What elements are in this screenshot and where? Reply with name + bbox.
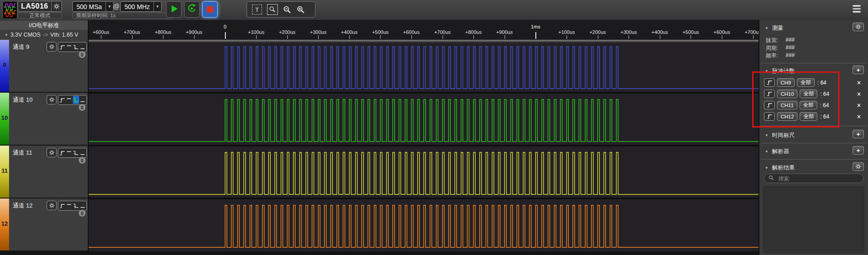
close-icon[interactable]: × (857, 90, 861, 98)
channel-settings-gear-icon[interactable] (47, 201, 57, 210)
trigger-low-button[interactable] (80, 202, 86, 210)
trigger-low-button[interactable] (80, 96, 86, 104)
analysis-panel: ▼ 测量 脉宽: ### 周期: ### 频率: ### ▼ 脉冲计数 + CH… (758, 20, 868, 255)
section-separator (761, 143, 866, 143)
measure-settings-button[interactable] (853, 23, 864, 31)
pulse-count-row-ch12: CH12 全部 : 64 × (764, 112, 864, 121)
pulse-count-scope-button[interactable]: 全部 (800, 112, 817, 121)
trigger-falling-button[interactable] (73, 43, 79, 51)
trigger-high-button[interactable] (66, 149, 72, 157)
collapse-arrow-icon[interactable]: ▼ (765, 150, 768, 154)
collapse-arrow-icon[interactable]: ▼ (765, 69, 768, 73)
pulse-count-row-ch10: CH10 全部 : 64 × (764, 89, 864, 99)
measure-label: 频率: (766, 52, 786, 59)
add-time-ruler-button[interactable]: + (853, 130, 864, 138)
capture-mode-label[interactable]: 正常模式 (18, 12, 62, 19)
measure-value: ### (786, 52, 795, 59)
channel-row-11: 11 通道 11 0 (0, 146, 88, 198)
pulse-count-scope-button[interactable]: 全部 (800, 101, 817, 109)
close-icon[interactable]: × (857, 79, 861, 86)
sample-rate-select[interactable]: 500 MHz ▼ (120, 1, 162, 12)
trigger-high-button[interactable] (66, 96, 72, 104)
section-separator (761, 63, 866, 63)
add-decoder-button[interactable]: + (853, 146, 864, 155)
pulse-count-channel-button[interactable]: CH11 (777, 101, 797, 109)
chevron-down-icon[interactable]: ▼ (153, 2, 161, 11)
trigger-rising-button[interactable] (59, 96, 66, 104)
zoom-out-button[interactable] (283, 5, 291, 14)
cursor-t-tool-button[interactable]: T (252, 5, 262, 14)
trigger-high-button[interactable] (66, 202, 72, 210)
app-logo-icon (3, 1, 17, 19)
close-icon[interactable]: × (857, 102, 861, 109)
chevron-down-icon[interactable]: ▼ (105, 2, 113, 11)
pulse-count-scope-button[interactable]: 全部 (800, 90, 817, 98)
decode-search-box[interactable] (764, 174, 863, 183)
decode-results-area[interactable] (763, 186, 864, 253)
repeat-capture-button[interactable] (184, 1, 200, 18)
channel-color-bar[interactable]: 12 (0, 198, 9, 250)
section-measure-header[interactable]: ▼ 测量 (765, 24, 783, 33)
hamburger-menu-icon[interactable] (853, 5, 861, 13)
channel-color-bar[interactable]: 11 (0, 146, 9, 198)
channel-color-bar[interactable]: 9 (0, 40, 9, 92)
rising-edge-icon-button[interactable] (764, 112, 775, 121)
pulse-count-channel-button[interactable]: CH10 (777, 90, 797, 98)
pulse-count-scope-button[interactable]: 全部 (797, 78, 815, 87)
channel-color-bar[interactable]: 10 (0, 93, 9, 145)
trigger-high-button[interactable] (66, 43, 72, 51)
waveform-canvas[interactable] (89, 40, 758, 251)
close-icon[interactable]: × (857, 113, 861, 120)
sample-depth-select[interactable]: 500 MSa ▼ (72, 1, 114, 12)
device-name: LA5016 (18, 2, 51, 10)
decode-result-settings-button[interactable] (853, 162, 864, 171)
section-pulse-count-header[interactable]: ▼ 脉冲计数 (765, 66, 795, 76)
rising-edge-icon-button[interactable] (764, 78, 775, 87)
channel-settings-gear-icon[interactable] (47, 95, 57, 104)
collapse-arrow-icon[interactable]: ▼ (5, 33, 8, 37)
ruler-bottom-groove (89, 40, 758, 42)
time-ruler[interactable]: +600us+700us+800us+900us0+100us+200us+30… (89, 20, 758, 40)
trigger-rising-button[interactable] (59, 202, 66, 210)
measure-pulse-width-row: 脉宽: ### (766, 37, 795, 43)
trigger-rising-button[interactable] (59, 149, 66, 157)
trigger-mode-group (58, 201, 87, 211)
zoom-selection-button[interactable] (267, 4, 278, 15)
device-selector[interactable]: LA5016 (18, 1, 62, 12)
collapse-arrow-icon[interactable]: ▼ (765, 166, 768, 170)
section-decode-result-header[interactable]: ▼ 解析结果 (765, 163, 795, 172)
sample-depth-value: 500 MSa (73, 3, 105, 10)
trigger-falling-button[interactable] (73, 202, 79, 210)
channel-panel: I/O电平标准 ▼ 3.3V CMOS -> Vth: 1.65 V 9 通道 … (0, 20, 89, 251)
channel-settings-gear-icon[interactable] (47, 148, 57, 157)
pulse-count-channel-button[interactable]: CH9 (777, 78, 795, 87)
section-decoder-header[interactable]: ▼ 解析器 (765, 147, 789, 156)
trigger-falling-button[interactable] (73, 149, 79, 157)
device-settings-gear-icon[interactable] (51, 1, 62, 11)
rising-edge-icon-button[interactable] (764, 90, 775, 98)
pulse-count-channel-button[interactable]: CH12 (777, 112, 797, 121)
channel-name-label[interactable]: 通道 9 (13, 43, 29, 51)
channel-settings-gear-icon[interactable] (47, 42, 57, 52)
add-pulse-counter-button[interactable]: + (853, 66, 864, 74)
search-input[interactable] (777, 175, 859, 182)
waveform-area[interactable]: +600us+700us+800us+900us0+100us+200us+30… (89, 20, 758, 255)
collapse-arrow-icon[interactable]: ▼ (765, 26, 768, 30)
channel-name-label[interactable]: 通道 11 (13, 149, 32, 157)
trigger-falling-button[interactable] (73, 96, 79, 104)
trigger-rising-button[interactable] (59, 43, 66, 51)
trigger-low-button[interactable] (80, 43, 86, 51)
channel-row-10: 10 通道 10 0 (0, 93, 88, 146)
start-capture-button[interactable] (166, 1, 181, 18)
pulse-count-value: : 64 (817, 80, 826, 86)
zoom-in-button[interactable] (296, 5, 305, 14)
io-level-row[interactable]: ▼ 3.3V CMOS -> Vth: 1.65 V (0, 30, 88, 40)
channel-name-label[interactable]: 通道 10 (13, 96, 33, 104)
stop-capture-button[interactable] (202, 1, 218, 18)
rising-edge-icon-button[interactable] (764, 101, 775, 109)
collapse-arrow-icon[interactable]: ▼ (765, 133, 768, 137)
section-title: 脉冲计数 (772, 67, 795, 75)
channel-name-label[interactable]: 通道 12 (13, 202, 33, 210)
section-time-ruler-header[interactable]: ▼ 时间标尺 (765, 131, 795, 140)
trigger-low-button[interactable] (80, 149, 86, 157)
